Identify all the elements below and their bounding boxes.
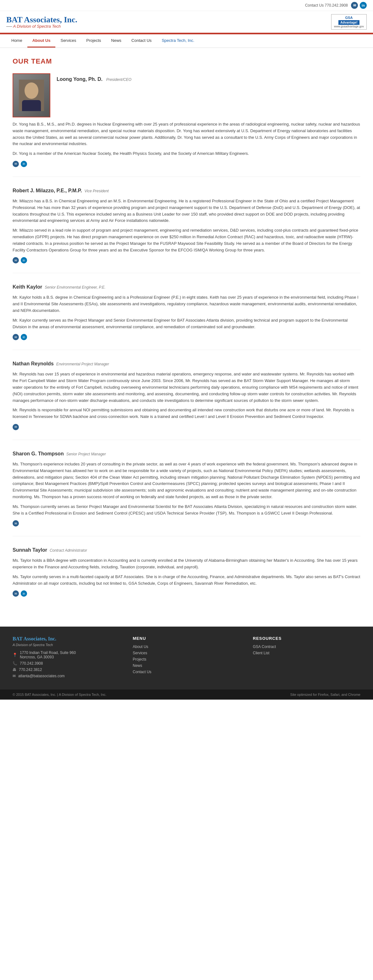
- nav-item-home[interactable]: Home: [6, 34, 27, 48]
- member-name-row: Sunnah Taylor Contract Administrator: [13, 547, 360, 554]
- member-title: President/CEO: [106, 77, 132, 82]
- nav-item-news[interactable]: News: [106, 34, 127, 48]
- footer-phone: 📞 770.242.3908: [13, 661, 120, 666]
- svg-rect-2: [22, 100, 41, 111]
- member-body: Dr. Yong has B.S., M.S., and Ph.D. degre…: [13, 121, 360, 157]
- nav-item-about[interactable]: About Us: [27, 34, 56, 48]
- member-para-1: Ms. Thompson's experience includes 20 ye…: [13, 461, 360, 500]
- footer-optimized: Site optimized for Firefox, Safari, and …: [290, 693, 360, 697]
- nav-item-services[interactable]: Services: [56, 34, 81, 48]
- linkedin-icon-top[interactable]: in: [360, 2, 367, 9]
- member-body: Mr. Milazzo has a B.S. in Chemical Engin…: [13, 198, 360, 253]
- footer-menu-about[interactable]: About Us: [133, 644, 240, 649]
- email-icon[interactable]: ✉: [13, 161, 19, 167]
- member-name-row: Nathan Reynolds Environmental Project Ma…: [13, 361, 360, 367]
- gsa-url: www.gsaadvantage.gov: [334, 25, 364, 28]
- footer-email: ✉ atlanta@batassociates.com: [13, 674, 120, 678]
- member-name-row: Keith Kaylor Senior Environmental Engine…: [13, 284, 360, 291]
- page-title: OUR TEAM: [13, 57, 360, 65]
- member-social-icons: ✉ in: [13, 334, 360, 340]
- footer-menu-services[interactable]: Services: [133, 651, 240, 655]
- member-body: Ms. Taylor holds a BBA degree with conce…: [13, 557, 360, 587]
- member-para-2: Mr. Kaylor currently serves as the Proje…: [13, 317, 360, 331]
- fax-icon: 🖷: [13, 668, 16, 672]
- member-body: Ms. Thompson's experience includes 20 ye…: [13, 461, 360, 516]
- linkedin-icon[interactable]: in: [21, 161, 27, 167]
- email-icon-top[interactable]: ✉: [351, 2, 358, 9]
- member-para-1: Ms. Taylor holds a BBA degree with conce…: [13, 557, 360, 571]
- member-header: Loong Yong, Ph. D. President/CEO: [13, 73, 360, 118]
- member-body: Mr. Reynolds has over 15 years of experi…: [13, 371, 360, 420]
- address-icon: 📍: [13, 653, 17, 657]
- member-photo: [13, 73, 50, 118]
- member-social-icons: ✉: [13, 424, 360, 430]
- member-name: Sunnah Taylor: [13, 547, 47, 553]
- footer-copyright: © 2015 BAT Associates, Inc. | A Division…: [13, 693, 106, 697]
- member-name-row: Robert J. Milazzo, P.E., P.M.P. Vice Pre…: [13, 188, 360, 194]
- email-icon[interactable]: ✉: [13, 424, 19, 430]
- member-social-icons: ✉ in: [13, 590, 360, 597]
- footer-gsa-contract[interactable]: GSA Contract: [253, 644, 360, 649]
- member-para-2: Ms. Taylor currently serves in a multi-f…: [13, 574, 360, 587]
- member-para-1: Mr. Reynolds has over 15 years of experi…: [13, 371, 360, 404]
- member-para-2: Mr. Reynolds is responsible for annual N…: [13, 407, 360, 420]
- gsa-badge[interactable]: GSA Advantage! www.gsaadvantage.gov: [331, 14, 367, 30]
- footer-bottom: © 2015 BAT Associates, Inc. | A Division…: [0, 689, 373, 700]
- member-social-icons: ✉: [13, 520, 360, 527]
- team-member-sunnah-taylor: Sunnah Taylor Contract Administrator Ms.…: [13, 547, 360, 606]
- member-social-icons: ✉ in: [13, 161, 360, 167]
- member-para-2: Ms. Thompson currently serves as Senior …: [13, 504, 360, 517]
- linkedin-icon[interactable]: in: [21, 590, 27, 597]
- email-icon[interactable]: ✉: [13, 520, 19, 527]
- footer-address: 📍 1770 Indian Trail Road, Suite 960 Norc…: [13, 651, 120, 659]
- email-icon[interactable]: ✉: [13, 257, 19, 263]
- member-para-1: Mr. Kaylor holds a B.S. degree in Chemic…: [13, 294, 360, 314]
- member-info: Loong Yong, Ph. D. President/CEO: [57, 73, 360, 82]
- gsa-advantage: Advantage!: [338, 20, 359, 25]
- main-nav: Home About Us Services Projects News Con…: [0, 34, 373, 48]
- member-name: Keith Kaylor: [13, 284, 42, 290]
- footer-logo: BAT Associates, Inc.: [13, 636, 120, 642]
- footer-menu-projects[interactable]: Projects: [133, 657, 240, 662]
- member-title: Environmental Project Manager: [56, 362, 109, 366]
- member-title: Vice President: [85, 189, 109, 193]
- phone-icon: 📞: [13, 661, 17, 666]
- member-name-row: Sharon G. Thompson Senior Project Manage…: [13, 451, 360, 457]
- footer-client-list[interactable]: Client List: [253, 651, 360, 655]
- footer-address-text: 1770 Indian Trail Road, Suite 960 Norcro…: [20, 651, 76, 659]
- svg-point-3: [26, 85, 37, 98]
- footer-company-col: BAT Associates, Inc. A Division of Spect…: [13, 636, 120, 680]
- contact-phone: Contact Us 770.242.3908: [305, 3, 348, 8]
- member-para-1: Dr. Yong has B.S., M.S., and Ph.D. degre…: [13, 121, 360, 147]
- linkedin-icon[interactable]: in: [21, 257, 27, 263]
- email-icon[interactable]: ✉: [13, 334, 19, 340]
- team-member-robert-milazzo: Robert J. Milazzo, P.E., P.M.P. Vice Pre…: [13, 188, 360, 273]
- footer-resources-title: RESOURCES: [253, 636, 360, 641]
- nav-item-contact[interactable]: Contact Us: [127, 34, 157, 48]
- footer-menu-contact[interactable]: Contact Us: [133, 670, 240, 674]
- logo[interactable]: BAT Associates, Inc. ── A Division of Sp…: [6, 15, 77, 29]
- main-content: OUR TEAM Loong Yong, Ph. D. President/CE…: [0, 48, 373, 627]
- footer-menu-title: MENU: [133, 636, 240, 641]
- member-name: Robert J. Milazzo, P.E., P.M.P.: [13, 188, 82, 194]
- footer-resources-col: RESOURCES GSA Contract Client List: [253, 636, 360, 680]
- top-bar: Contact Us 770.242.3908 ✉ in: [0, 0, 373, 11]
- nav-item-spectra[interactable]: Spectra Tech, Inc.: [157, 34, 199, 48]
- logo-subtitle: ── A Division of Spectra Tech: [6, 24, 77, 29]
- member-name: Loong Yong, Ph. D.: [57, 76, 103, 82]
- nav-item-projects[interactable]: Projects: [81, 34, 106, 48]
- email-icon-footer: ✉: [13, 674, 16, 678]
- member-title: Senior Project Manager: [67, 452, 106, 456]
- team-member-sharon-thompson: Sharon G. Thompson Senior Project Manage…: [13, 451, 360, 536]
- member-para-2: Mr. Milazzo served in a lead role in sup…: [13, 227, 360, 253]
- member-social-icons: ✉ in: [13, 257, 360, 263]
- linkedin-icon[interactable]: in: [21, 334, 27, 340]
- footer-menu-col: MENU About Us Services Projects News Con…: [133, 636, 240, 680]
- email-icon[interactable]: ✉: [13, 590, 19, 597]
- gsa-label: GSA: [345, 16, 353, 19]
- team-member-nathan-reynolds: Nathan Reynolds Environmental Project Ma…: [13, 361, 360, 440]
- member-name: Sharon G. Thompson: [13, 451, 64, 457]
- member-body: Mr. Kaylor holds a B.S. degree in Chemic…: [13, 294, 360, 330]
- footer-menu-news[interactable]: News: [133, 663, 240, 668]
- social-icons: ✉ in: [351, 2, 367, 9]
